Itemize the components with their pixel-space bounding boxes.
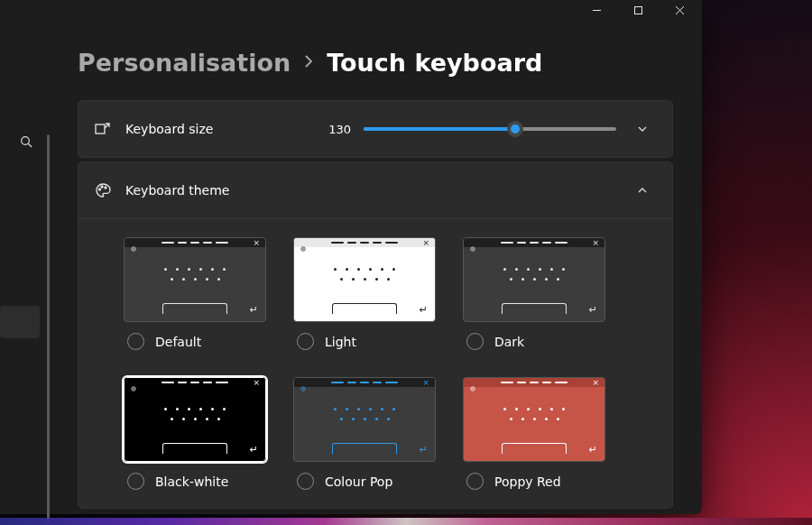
theme-radio[interactable] [466,473,484,490]
sidebar-active-item[interactable] [0,306,40,338]
enter-icon: ↵ [589,304,597,316]
svg-rect-1 [634,6,641,14]
taskbar-edge [0,518,812,525]
enter-icon: ↵ [250,304,258,316]
maximize-button[interactable] [617,0,659,20]
keyboard-size-card: Keyboard size 130 [78,100,673,158]
theme-option-black-white[interactable]: ×↵Black-white [124,377,286,490]
keyboard-theme-card: Keyboard theme ×↵Default×↵Light×↵Dark×↵B… [78,161,673,509]
title-bar [0,0,702,20]
theme-radio[interactable] [297,473,314,490]
close-icon: × [592,379,599,387]
theme-radio[interactable] [127,333,144,350]
svg-line-5 [29,144,32,148]
theme-option-colour-pop[interactable]: ×↵Colour Pop [293,377,456,490]
breadcrumb: Personalisation Touch keyboard [78,49,702,77]
keyboard-size-label: Keyboard size [125,122,213,136]
gear-icon [300,379,307,386]
theme-radio[interactable] [127,473,144,490]
keyboard-preview: ×↵ [463,237,605,322]
content-area: Personalisation Touch keyboard [45,20,702,514]
svg-point-16 [472,248,474,250]
keyboard-preview: ×↵ [463,377,605,462]
theme-name-label: Poppy Red [494,474,561,489]
close-icon: × [253,379,260,387]
desktop: Personalisation Touch keyboard [0,0,812,525]
close-icon: × [422,379,429,387]
keyboard-size-value: 130 [328,123,351,136]
gear-icon [300,239,307,246]
palette-icon [95,182,113,198]
theme-name-label: Dark [494,335,524,349]
keyboard-preview: ×↵ [293,377,436,462]
close-button[interactable] [659,0,700,20]
svg-point-12 [133,248,134,250]
svg-point-4 [22,137,30,145]
settings-window: Personalisation Touch keyboard [0,0,702,514]
enter-icon: ↵ [420,304,428,316]
enter-icon: ↵ [420,444,428,456]
theme-name-label: Light [325,335,356,349]
svg-point-14 [302,248,304,250]
collapse-theme-button[interactable] [629,184,656,197]
theme-name-label: Black-white [155,474,228,489]
svg-point-20 [302,388,304,390]
keyboard-preview: ×↵ [124,237,266,322]
svg-point-8 [99,189,101,190]
theme-radio[interactable] [297,333,314,350]
breadcrumb-parent[interactable]: Personalisation [78,49,291,77]
theme-radio[interactable] [466,333,484,350]
close-icon: × [422,239,429,247]
close-icon: × [592,239,599,247]
gear-icon [130,239,137,246]
nav-sidebar [0,20,45,514]
theme-option-default[interactable]: ×↵Default [124,237,286,350]
keyboard-preview: ×↵ [124,377,266,462]
svg-point-18 [133,388,134,390]
gear-icon [469,379,476,386]
enter-icon: ↵ [589,444,597,456]
keyboard-preview: ×↵ [293,237,436,322]
svg-rect-6 [96,124,105,134]
gear-icon [469,239,476,246]
svg-point-22 [472,388,474,390]
page-title: Touch keyboard [327,49,542,77]
resize-icon [95,121,113,137]
chevron-right-icon [303,54,314,72]
theme-option-light[interactable]: ×↵Light [293,237,456,350]
theme-option-dark[interactable]: ×↵Dark [463,237,625,350]
keyboard-size-slider[interactable] [364,120,616,138]
minimize-button[interactable] [576,0,617,20]
svg-point-10 [105,187,106,189]
close-icon: × [253,239,260,247]
svg-point-9 [101,186,103,188]
expand-size-button[interactable] [629,123,656,135]
keyboard-theme-label: Keyboard theme [125,183,230,198]
search-icon[interactable] [20,135,33,152]
theme-name-label: Default [155,335,201,349]
theme-option-poppy-red[interactable]: ×↵Poppy Red [463,377,625,490]
svg-line-7 [105,124,109,128]
gear-icon [130,379,137,386]
theme-name-label: Colour Pop [325,474,392,489]
enter-icon: ↵ [250,444,258,456]
